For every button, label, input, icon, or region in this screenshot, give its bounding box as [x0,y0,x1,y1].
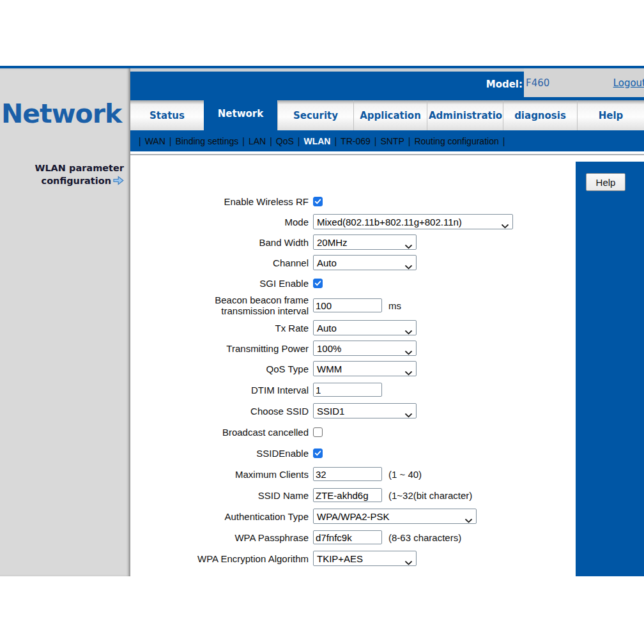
tx-rate-select[interactable]: Auto [313,320,417,335]
form-row: Tx Rate Auto [134,318,575,338]
channel-select[interactable]: Auto [313,255,417,270]
form-row: Channel Auto [134,252,575,273]
subnav-separator: | [242,136,245,146]
chevron-down-icon [502,220,509,229]
model-label: Model: [486,79,523,90]
page-title: Network [1,96,130,132]
help-panel: Help [576,162,644,576]
form-row: SGI Enable [134,273,575,293]
logout-link[interactable]: Logout [613,77,644,89]
ssid-name-input[interactable] [313,488,382,502]
tab-status[interactable]: Status [130,100,204,130]
tab-security[interactable]: Security [277,100,353,130]
ssid-enable-checkbox[interactable] [313,448,323,458]
chevron-down-icon [405,240,412,250]
maximum-clients-input[interactable] [313,467,382,481]
field-label: Mode [134,217,309,227]
field-label: Band Width [134,237,309,248]
field-label: WPA Encryption Algorithm [134,553,309,564]
chevron-down-icon [405,261,412,270]
chevron-down-icon [405,556,412,566]
form-row: Mode Mixed(802.11b+802.11g+802.11n) [134,211,575,232]
subnav-item-qos[interactable]: QoS [276,136,294,146]
form-row: WPA Passphrase (8-63 characters) [134,527,575,548]
field-label: WPA Passphrase [134,532,309,543]
field-label: SSIDEnable [134,448,309,459]
chevron-down-icon [405,409,412,418]
form-row: Maximum Clients (1 ~ 40) [134,464,575,484]
model-value: F460 [526,77,549,89]
broadcast-cancelled-checkbox[interactable] [313,427,323,437]
enable-wireless-rf-checkbox[interactable] [313,197,323,206]
subnav-separator: | [334,136,337,146]
tab-help[interactable]: Help [577,100,644,130]
field-label: Authentication Type [134,511,309,522]
authentication-type-select[interactable]: WPA/WPA2-PSK [313,509,477,524]
chevron-down-icon [465,514,472,524]
subnav-separator: | [139,136,141,146]
form-row: SSID Name (1~32(bit character) [134,485,575,505]
field-label: Maximum Clients [134,469,309,480]
form-row: Enable Wireless RF [134,191,575,211]
subnav-separator: | [408,136,411,146]
field-label: Tx Rate [134,323,309,334]
form-row: SSIDEnable [134,443,575,463]
wpa-passphrase-input[interactable] [313,530,382,544]
subnav-item-sntp[interactable]: SNTP [380,136,404,146]
field-label: Enable Wireless RF [134,196,309,207]
form-row: Beacon beacon frametransmission interval… [134,293,575,318]
chevron-down-icon [405,326,412,335]
sidebar-item-wlan-parameter-configuration[interactable]: WLAN parameter configuration [0,162,124,187]
dtim-interval-input[interactable] [313,383,382,397]
transmitting-power-select[interactable]: 100% [313,341,417,356]
subnav-separator: | [374,136,377,146]
form-row: QoS Type WMM [134,358,575,379]
logout-bar: F460 Logout [524,68,644,97]
chevron-down-icon [405,346,412,356]
tab-administration[interactable]: Administration [427,100,503,130]
field-label: SGI Enable [134,278,309,289]
tab-network[interactable]: Network [204,97,277,130]
sgi-enable-checkbox[interactable] [313,279,323,288]
field-hint: (1~32(bit character) [388,490,472,501]
subnav-item-routing-configuration[interactable]: Routing configuration [414,136,498,146]
tab-application[interactable]: Application [353,100,427,130]
subnav-separator: | [270,136,272,146]
subnav-item-lan[interactable]: LAN [249,136,266,146]
field-label: Channel [134,257,309,268]
subnav-item-wan[interactable]: WAN [145,136,165,146]
beacon-interval-input[interactable] [313,298,382,312]
form-row: Authentication Type WPA/WPA2-PSK [134,506,575,526]
form-row: Choose SSID SSID1 [134,401,575,421]
tab-diagnosis[interactable]: diagnosis [503,100,577,130]
subnav-item-binding-settings[interactable]: Binding settings [175,136,238,146]
form-row: Band Width 20MHz [134,232,575,252]
qos-type-select[interactable]: WMM [313,361,417,376]
form-row: Transmitting Power 100% [134,338,575,358]
chevron-down-icon [405,367,412,376]
subnav-item-tr069[interactable]: TR-069 [341,136,371,146]
field-label: Beacon beacon frametransmission interval [134,295,309,316]
mode-select[interactable]: Mixed(802.11b+802.11g+802.11n) [313,214,513,229]
sidebar-item-label-line2: configuration [42,176,111,186]
subnav-item-wlan[interactable]: WLAN [303,136,330,146]
main-tabs: Status Network Security Application Admi… [130,97,644,130]
sidebar [0,68,130,576]
wpa-encryption-algorithm-select[interactable]: TKIP+AES [313,551,417,566]
subnav-separator: | [169,136,172,146]
form-row: DTIM Interval [134,379,575,400]
field-label: DTIM Interval [134,385,309,395]
choose-ssid-select[interactable]: SSID1 [313,403,417,418]
field-unit: ms [388,300,401,311]
band-width-select[interactable]: 20MHz [313,234,417,250]
subnav-separator: | [298,136,300,146]
subnav-separator: | [503,136,505,146]
field-hint: (1 ~ 40) [388,469,422,480]
field-label: SSID Name [134,490,309,501]
field-label: Broadcast cancelled [134,427,309,438]
sidebar-item-label-line1: WLAN parameter [34,163,124,173]
field-label: Choose SSID [134,406,309,417]
field-label: Transmitting Power [134,343,309,354]
help-button[interactable]: Help [586,173,625,191]
field-hint: (8-63 characters) [388,532,461,543]
